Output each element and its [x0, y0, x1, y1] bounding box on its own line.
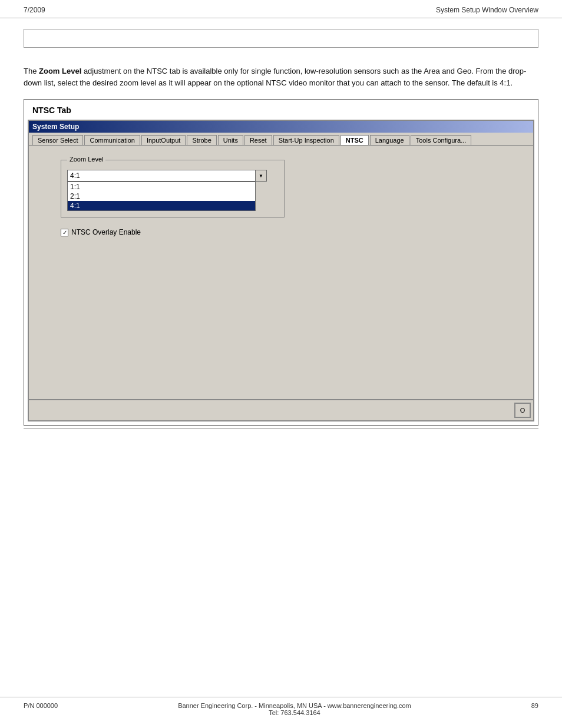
tab-reset[interactable]: Reset — [244, 135, 272, 145]
bottom-rule — [24, 428, 538, 429]
footer-tel: Tel: 763.544.3164 — [58, 709, 531, 716]
system-setup-content: Zoom Level ▼ 1:1 2:1 4:1 ✓ NTSC Overlay … — [29, 146, 533, 393]
top-decorative-box — [24, 29, 538, 48]
system-setup-titlebar: System Setup — [29, 121, 533, 133]
tab-inputoutput[interactable]: InputOutput — [141, 135, 186, 145]
tab-communication[interactable]: Communication — [84, 135, 140, 145]
footer-page-number: 89 — [531, 702, 538, 716]
ntsc-overlay-row: ✓ NTSC Overlay Enable — [61, 228, 525, 236]
body-rest: adjustment on the NTSC tab is availalble… — [24, 67, 526, 87]
zoom-option-4-1[interactable]: 4:1 — [68, 201, 255, 210]
zoom-select-row: ▼ — [67, 170, 278, 182]
zoom-dropdown-button[interactable]: ▼ — [255, 170, 267, 182]
zoom-option-2-1[interactable]: 2:1 — [68, 192, 255, 201]
zoom-level-legend: Zoom Level — [67, 156, 105, 163]
body-text: The Zoom Level adjustment on the NTSC ta… — [24, 65, 538, 88]
zoom-dropdown-list: 1:1 2:1 4:1 — [67, 182, 256, 211]
page-footer: P/N 000000 Banner Engineering Corp. - Mi… — [0, 697, 562, 716]
page-header: 7/2009 System Setup Window Overview — [0, 0, 562, 18]
tab-tools-config[interactable]: Tools Configura... — [411, 135, 472, 145]
tab-strobe[interactable]: Strobe — [187, 135, 216, 145]
zoom-level-bold: Zoom Level — [39, 67, 81, 75]
footer-pn: P/N 000000 — [24, 702, 58, 716]
body-intro: The — [24, 67, 39, 75]
footer-center: Banner Engineering Corp. - Minneapolis, … — [58, 702, 531, 716]
zoom-option-1-1[interactable]: 1:1 — [68, 182, 255, 192]
ntsc-overlay-checkbox[interactable]: ✓ — [61, 229, 68, 236]
tab-units[interactable]: Units — [218, 135, 243, 145]
header-date: 7/2009 — [24, 6, 45, 14]
system-setup-window: System Setup Sensor Select Communication… — [28, 120, 534, 421]
tab-startup-inspection[interactable]: Start-Up Inspection — [273, 135, 339, 145]
tab-language[interactable]: Language — [370, 135, 409, 145]
ntsc-tab-container: NTSC Tab System Setup Sensor Select Comm… — [24, 99, 538, 426]
tab-sensor-select[interactable]: Sensor Select — [32, 135, 83, 145]
ntsc-tab-title: NTSC Tab — [24, 100, 538, 120]
tab-ntsc[interactable]: NTSC — [340, 135, 369, 145]
system-setup-bottom-bar: O — [29, 399, 533, 420]
ok-button[interactable]: O — [514, 403, 531, 418]
system-setup-tabs: Sensor Select Communication InputOutput … — [29, 133, 533, 146]
ntsc-overlay-label: NTSC Overlay Enable — [71, 228, 141, 236]
footer-company: Banner Engineering Corp. - Minneapolis, … — [58, 702, 531, 709]
zoom-level-group: Zoom Level ▼ 1:1 2:1 4:1 — [61, 160, 285, 218]
zoom-level-input[interactable] — [67, 170, 256, 182]
header-title: System Setup Window Overview — [436, 6, 538, 14]
